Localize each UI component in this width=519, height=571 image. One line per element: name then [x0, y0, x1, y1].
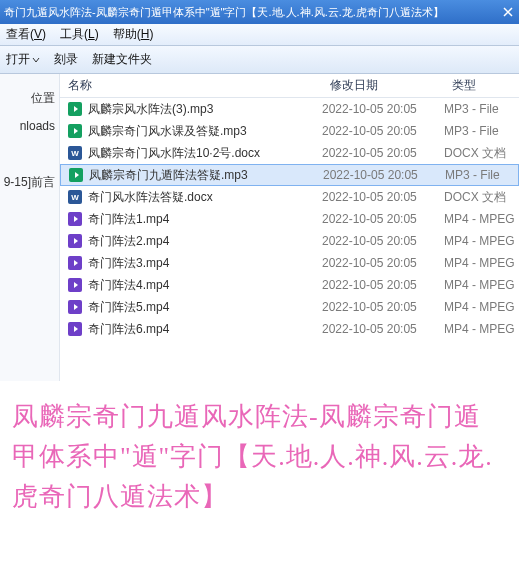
table-row[interactable]: W凤麟宗奇门风水阵法10·2号.docx2022-10-05 20:05DOCX… — [60, 142, 519, 164]
file-type: MP4 - MPEG — [444, 256, 519, 270]
table-row[interactable]: 奇门阵法4.mp42022-10-05 20:05MP4 - MPEG — [60, 274, 519, 296]
file-type: MP4 - MPEG — [444, 212, 519, 226]
toolbar: 打开 刻录 新建文件夹 — [0, 46, 519, 74]
file-name: 凤麟宗奇门九遁阵法答疑.mp3 — [85, 167, 323, 184]
column-name[interactable]: 名称 — [60, 77, 322, 94]
window-title: 奇门九遁风水阵法-凤麟宗奇门遁甲体系中"遁"字门【天.地.人.神.风.云.龙.虎… — [4, 5, 501, 20]
file-name: 奇门风水阵法答疑.docx — [84, 189, 322, 206]
table-row[interactable]: 凤麟宗奇门风水课及答疑.mp32022-10-05 20:05MP3 - Fil… — [60, 120, 519, 142]
table-row[interactable]: 凤麟宗奇门九遁阵法答疑.mp32022-10-05 20:05MP3 - Fil… — [60, 164, 519, 186]
file-date: 2022-10-05 20:05 — [322, 322, 444, 336]
sidebar-item[interactable]: 9-15]前言 — [0, 168, 55, 196]
file-name: 奇门阵法2.mp4 — [84, 233, 322, 250]
file-date: 2022-10-05 20:05 — [322, 234, 444, 248]
docx-file-icon: W — [66, 190, 84, 204]
file-date: 2022-10-05 20:05 — [322, 278, 444, 292]
sidebar: 位置 nloads 9-15]前言 — [0, 74, 60, 381]
table-row[interactable]: 奇门阵法2.mp42022-10-05 20:05MP4 - MPEG — [60, 230, 519, 252]
file-type: MP4 - MPEG — [444, 234, 519, 248]
window-titlebar: 奇门九遁风水阵法-凤麟宗奇门遁甲体系中"遁"字门【天.地.人.神.风.云.龙.虎… — [0, 0, 519, 24]
table-row[interactable]: W奇门风水阵法答疑.docx2022-10-05 20:05DOCX 文档 — [60, 186, 519, 208]
menu-view[interactable]: 查看(V) — [6, 26, 46, 43]
file-name: 奇门阵法3.mp4 — [84, 255, 322, 272]
file-name: 奇门阵法4.mp4 — [84, 277, 322, 294]
column-type[interactable]: 类型 — [444, 77, 519, 94]
table-row[interactable]: 凤麟宗风水阵法(3).mp32022-10-05 20:05MP3 - File — [60, 98, 519, 120]
file-type: DOCX 文档 — [444, 145, 519, 162]
file-name: 奇门阵法6.mp4 — [84, 321, 322, 338]
file-type: MP3 - File — [445, 168, 518, 182]
file-date: 2022-10-05 20:05 — [322, 124, 444, 138]
mp4-file-icon — [66, 300, 84, 314]
sidebar-item[interactable]: nloads — [0, 112, 55, 140]
file-name: 凤麟宗奇门风水阵法10·2号.docx — [84, 145, 322, 162]
file-date: 2022-10-05 20:05 — [322, 190, 444, 204]
menubar: 查看(V) 工具(L) 帮助(H) — [0, 24, 519, 46]
file-type: DOCX 文档 — [444, 189, 519, 206]
file-date: 2022-10-05 20:05 — [323, 168, 445, 182]
burn-button[interactable]: 刻录 — [54, 51, 78, 68]
file-type: MP3 - File — [444, 124, 519, 138]
file-type: MP4 - MPEG — [444, 322, 519, 336]
table-row[interactable]: 奇门阵法3.mp42022-10-05 20:05MP4 - MPEG — [60, 252, 519, 274]
close-icon[interactable] — [501, 5, 515, 19]
docx-file-icon: W — [66, 146, 84, 160]
column-date[interactable]: 修改日期 — [322, 77, 444, 94]
file-name: 奇门阵法1.mp4 — [84, 211, 322, 228]
sidebar-item[interactable]: 位置 — [0, 84, 55, 112]
file-type: MP4 - MPEG — [444, 300, 519, 314]
file-list: 名称 修改日期 类型 凤麟宗风水阵法(3).mp32022-10-05 20:0… — [60, 74, 519, 381]
file-type: MP3 - File — [444, 102, 519, 116]
file-name: 奇门阵法5.mp4 — [84, 299, 322, 316]
table-row[interactable]: 奇门阵法1.mp42022-10-05 20:05MP4 - MPEG — [60, 208, 519, 230]
mp4-file-icon — [66, 256, 84, 270]
file-type: MP4 - MPEG — [444, 278, 519, 292]
file-date: 2022-10-05 20:05 — [322, 212, 444, 226]
menu-tools[interactable]: 工具(L) — [60, 26, 99, 43]
column-header: 名称 修改日期 类型 — [60, 74, 519, 98]
open-button[interactable]: 打开 — [6, 51, 40, 68]
table-row[interactable]: 奇门阵法6.mp42022-10-05 20:05MP4 - MPEG — [60, 318, 519, 340]
mp4-file-icon — [66, 322, 84, 336]
file-date: 2022-10-05 20:05 — [322, 146, 444, 160]
caption-text: 凤麟宗奇门九遁风水阵法-凤麟宗奇门遁甲体系中"遁"字门【天.地.人.神.风.云.… — [0, 381, 519, 517]
mp3-file-icon — [67, 168, 85, 182]
file-name: 凤麟宗风水阵法(3).mp3 — [84, 101, 322, 118]
mp4-file-icon — [66, 278, 84, 292]
mp4-file-icon — [66, 234, 84, 248]
mp3-file-icon — [66, 102, 84, 116]
file-date: 2022-10-05 20:05 — [322, 300, 444, 314]
newfolder-button[interactable]: 新建文件夹 — [92, 51, 152, 68]
mp3-file-icon — [66, 124, 84, 138]
table-row[interactable]: 奇门阵法5.mp42022-10-05 20:05MP4 - MPEG — [60, 296, 519, 318]
file-name: 凤麟宗奇门风水课及答疑.mp3 — [84, 123, 322, 140]
mp4-file-icon — [66, 212, 84, 226]
menu-help[interactable]: 帮助(H) — [113, 26, 154, 43]
content-area: 位置 nloads 9-15]前言 名称 修改日期 类型 凤麟宗风水阵法(3).… — [0, 74, 519, 381]
file-date: 2022-10-05 20:05 — [322, 102, 444, 116]
chevron-down-icon — [32, 53, 40, 67]
file-date: 2022-10-05 20:05 — [322, 256, 444, 270]
